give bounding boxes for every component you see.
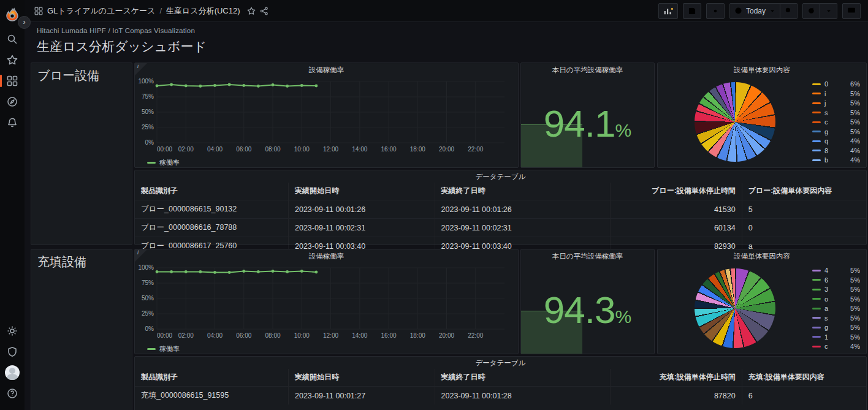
pie-panel-fill[interactable]: 設備単体要因内容 45%65%35%o5%a5%s5%g5%15%c4%: [657, 249, 867, 354]
legend-percent: 5%: [850, 99, 860, 107]
pie-legend-item[interactable]: c4%: [812, 341, 860, 351]
table-cell: ブロー_0000086615_90132: [135, 200, 289, 219]
column-header[interactable]: 実績終了日時: [435, 183, 610, 200]
panel-title[interactable]: 設備単体要因内容: [658, 249, 866, 263]
pie-legend-item[interactable]: i5%: [812, 89, 860, 99]
pie-legend-item[interactable]: j5%: [812, 98, 860, 108]
panel-info-icon[interactable]: i: [135, 249, 147, 262]
pie-legend-item[interactable]: b4%: [812, 155, 860, 165]
column-header[interactable]: ブロー:設備単体停止時間: [610, 183, 742, 200]
explore-compass-icon[interactable]: [4, 93, 21, 110]
stat-panel-blow[interactable]: 本日の平均設備稼働率 94.1%: [520, 63, 655, 168]
admin-shield-icon[interactable]: [4, 343, 21, 360]
legend-swatch: [812, 159, 821, 161]
pie-legend-item[interactable]: g5%: [812, 127, 860, 137]
pie-chart[interactable]: [695, 268, 775, 348]
column-header[interactable]: 充填:設備単体停止時間: [610, 369, 742, 387]
dashboard-settings-button[interactable]: [706, 3, 725, 19]
pie-legend-item[interactable]: g5%: [812, 322, 860, 332]
legend-label: s: [824, 314, 828, 322]
pie-legend-item[interactable]: a5%: [812, 303, 860, 313]
refresh-button[interactable]: [802, 3, 820, 19]
timeseries-panel-fill[interactable]: i 設備稼働率 0%25%50%75%100%00:0002:0004:0006…: [134, 249, 519, 354]
pie-legend[interactable]: 45%65%35%o5%a5%s5%g5%15%c4%: [812, 265, 866, 351]
table-cell: 2023-09-11 00:01:27: [289, 387, 435, 405]
table-cell: 2023-09-11 00:02:31: [435, 219, 610, 237]
breadcrumb-root[interactable]: GLトライアルのユースケース: [47, 6, 155, 17]
stat-panel-fill[interactable]: 本日の平均設備稼働率 94.3%: [520, 249, 655, 354]
table-panel-blow[interactable]: データテーブル 製品識別子実績開始日時実績終了日時ブロー:設備単体停止時間ブロー…: [134, 170, 867, 245]
pie-legend-item[interactable]: o5%: [812, 294, 860, 304]
zoom-out-time-button[interactable]: [780, 3, 798, 19]
pie-panel-blow[interactable]: 設備単体要因内容 06%i5%j5%s5%c5%g5%q4%84%b4%: [657, 63, 867, 168]
panel-title[interactable]: 設備稼働率: [135, 63, 518, 77]
column-header[interactable]: 実績開始日時: [289, 183, 435, 200]
starred-icon[interactable]: [4, 51, 21, 69]
time-range-picker[interactable]: Today: [729, 3, 780, 19]
table-panel-fill[interactable]: データテーブル 製品識別子実績開始日時実績終了日時充填:設備単体停止時間充填:設…: [134, 356, 867, 410]
legend-label[interactable]: 稼働率: [159, 158, 180, 167]
column-header[interactable]: 製品識別子: [135, 369, 289, 387]
column-header[interactable]: 充填:設備単体要因内容: [742, 369, 866, 387]
pie-legend[interactable]: 06%i5%j5%s5%c5%g5%q4%84%b4%: [812, 79, 866, 165]
panel-title[interactable]: データテーブル: [135, 357, 866, 369]
share-icon[interactable]: [260, 7, 268, 15]
column-header[interactable]: 製品識別子: [135, 183, 289, 200]
column-header[interactable]: 実績終了日時: [435, 369, 610, 387]
help-icon[interactable]: [4, 385, 21, 402]
table-cell: 2023-09-11 00:01:28: [435, 387, 610, 405]
panel-title[interactable]: 設備稼働率: [135, 249, 518, 263]
panel-title[interactable]: 本日の平均設備稼働率: [521, 249, 654, 263]
save-dashboard-button[interactable]: [683, 3, 701, 19]
search-icon[interactable]: [4, 31, 21, 48]
pie-legend-item[interactable]: s5%: [812, 108, 860, 118]
add-panel-button[interactable]: [658, 3, 678, 19]
svg-text:00:00: 00:00: [157, 332, 172, 339]
pie-legend-item[interactable]: c5%: [812, 117, 860, 127]
pie-legend-item[interactable]: 84%: [812, 146, 860, 156]
table-row[interactable]: ブロー_0000086615_901322023-09-11 00:01:262…: [135, 200, 866, 219]
panel-title[interactable]: 設備単体要因内容: [658, 63, 866, 77]
settings-gear-icon[interactable]: [4, 322, 21, 340]
table-cell: 60134: [610, 219, 742, 237]
user-avatar[interactable]: [4, 364, 21, 381]
timeseries-legend[interactable]: 稼働率: [135, 158, 518, 167]
timeseries-panel-blow[interactable]: i 設備稼働率 0%25%50%75%100%00:0002:0004:0006…: [134, 63, 519, 168]
svg-text:18:00: 18:00: [410, 332, 425, 339]
timeseries-chart[interactable]: 0%25%50%75%100%00:0002:0004:0006:0008:00…: [135, 263, 512, 341]
panel-title[interactable]: 本日の平均設備稼働率: [521, 63, 654, 77]
pie-legend-item[interactable]: 65%: [812, 275, 860, 285]
data-table[interactable]: 製品識別子実績開始日時実績終了日時充填:設備単体停止時間充填:設備単体要因内容充…: [135, 369, 866, 404]
panel-info-icon[interactable]: i: [135, 63, 147, 75]
table-row[interactable]: ブロー_0000086616_787882023-09-11 00:02:312…: [135, 219, 866, 237]
pie-legend-item[interactable]: 45%: [812, 265, 860, 275]
data-table[interactable]: 製品識別子実績開始日時実績終了日時ブロー:設備単体停止時間ブロー:設備単体要因内…: [135, 183, 866, 255]
column-header[interactable]: ブロー:設備単体要因内容: [742, 183, 866, 200]
panel-title[interactable]: データテーブル: [135, 170, 866, 183]
sidebar-expand-button[interactable]: ›: [18, 16, 31, 29]
kiosk-mode-button[interactable]: [842, 3, 861, 19]
column-header[interactable]: 実績開始日時: [289, 369, 435, 387]
svg-text:50%: 50%: [142, 295, 154, 302]
svg-text:18:00: 18:00: [410, 146, 425, 153]
pie-legend-item[interactable]: 15%: [812, 332, 860, 342]
table-cell: 6: [742, 387, 866, 405]
pie-legend-item[interactable]: 06%: [812, 79, 860, 89]
star-dashboard-icon[interactable]: [247, 7, 256, 15]
table-row[interactable]: 充填_0000086615_915952023-09-11 00:01:2720…: [135, 387, 866, 405]
timeseries-legend[interactable]: 稼働率: [135, 344, 518, 354]
pie-chart[interactable]: [695, 82, 775, 162]
breadcrumb-current[interactable]: 生産ロス分析(UC12): [166, 6, 240, 17]
stat-value: 94.1%: [521, 102, 654, 145]
legend-label[interactable]: 稼働率: [159, 344, 180, 354]
legend-swatch: [812, 298, 821, 300]
timeseries-chart[interactable]: 0%25%50%75%100%00:0002:0004:0006:0008:00…: [135, 77, 512, 155]
legend-swatch: [812, 83, 821, 85]
svg-text:02:00: 02:00: [178, 332, 194, 339]
pie-legend-item[interactable]: q4%: [812, 136, 860, 146]
alerting-bell-icon[interactable]: [4, 114, 21, 131]
pie-legend-item[interactable]: s5%: [812, 313, 860, 323]
refresh-interval-dropdown[interactable]: [820, 3, 837, 19]
dashboards-icon[interactable]: [4, 72, 21, 89]
pie-legend-item[interactable]: 35%: [812, 284, 860, 294]
